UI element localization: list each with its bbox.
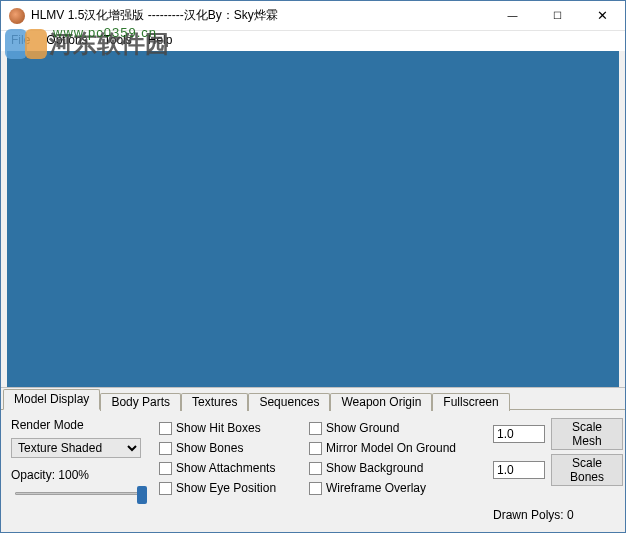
scale-bones-input[interactable] (493, 461, 545, 479)
checkbox-eye-position[interactable] (159, 482, 172, 495)
menu-help[interactable]: Help (140, 31, 181, 49)
checkbox-hit-boxes[interactable] (159, 422, 172, 435)
checkbox-background[interactable] (309, 462, 322, 475)
drawn-polys-label: Drawn Polys: 0 (493, 508, 574, 522)
app-icon (9, 8, 25, 24)
scale-bones-button[interactable]: Scale Bones (551, 454, 623, 486)
render-mode-dropdown[interactable]: Texture Shaded (11, 438, 141, 458)
bottom-panel: Model Display Body Parts Textures Sequen… (1, 387, 625, 532)
viewport-3d[interactable]: 河东软件园 www.pc0359.cn (1, 51, 625, 387)
titlebar: HLMV 1.5汉化增强版 ---------汉化By：Sky烨霖 — ☐ ✕ (1, 1, 625, 31)
checkbox-ground[interactable] (309, 422, 322, 435)
tab-model-display[interactable]: Model Display (3, 389, 100, 410)
slider-thumb[interactable] (137, 486, 147, 504)
checkbox-mirror[interactable] (309, 442, 322, 455)
scale-mesh-button[interactable]: Scale Mesh (551, 418, 623, 450)
opacity-slider[interactable] (11, 484, 151, 504)
close-button[interactable]: ✕ (580, 1, 625, 31)
label-attachments: Show Attachments (176, 461, 275, 475)
label-background: Show Background (326, 461, 423, 475)
maximize-button[interactable]: ☐ (535, 1, 580, 31)
display-options: Show Hit Boxes Show Ground Show Bones Mi… (159, 418, 479, 522)
label-eye-position: Show Eye Position (176, 481, 276, 495)
checkbox-wireframe[interactable] (309, 482, 322, 495)
tab-body-parts[interactable]: Body Parts (100, 393, 181, 411)
label-mirror: Mirror Model On Ground (326, 441, 456, 455)
menu-file[interactable]: File (3, 31, 38, 49)
label-ground: Show Ground (326, 421, 399, 435)
window-title: HLMV 1.5汉化增强版 ---------汉化By：Sky烨霖 (31, 7, 278, 24)
label-wireframe: Wireframe Overlay (326, 481, 426, 495)
label-hit-boxes: Show Hit Boxes (176, 421, 261, 435)
menu-tools[interactable]: Tools (96, 31, 140, 49)
tab-content-model-display: Render Mode Texture Shaded Opacity: 100%… (1, 410, 625, 532)
tab-textures[interactable]: Textures (181, 393, 248, 411)
menu-options[interactable]: Options (38, 31, 95, 49)
menubar: File Options Tools Help (1, 31, 625, 51)
render-mode-group: Render Mode Texture Shaded Opacity: 100% (11, 418, 151, 522)
slider-track (15, 492, 147, 495)
scale-mesh-input[interactable] (493, 425, 545, 443)
opacity-label: Opacity: 100% (11, 468, 89, 482)
tab-weapon-origin[interactable]: Weapon Origin (330, 393, 432, 411)
tab-fullscreen[interactable]: Fullscreen (432, 393, 509, 411)
checkbox-bones[interactable] (159, 442, 172, 455)
label-bones: Show Bones (176, 441, 243, 455)
checkbox-attachments[interactable] (159, 462, 172, 475)
minimize-button[interactable]: — (490, 1, 535, 31)
tab-sequences[interactable]: Sequences (248, 393, 330, 411)
scale-group: Scale Mesh Scale Bones Drawn Polys: 0 (487, 418, 623, 522)
tabstrip: Model Display Body Parts Textures Sequen… (1, 388, 625, 410)
render-mode-label: Render Mode (11, 418, 151, 432)
